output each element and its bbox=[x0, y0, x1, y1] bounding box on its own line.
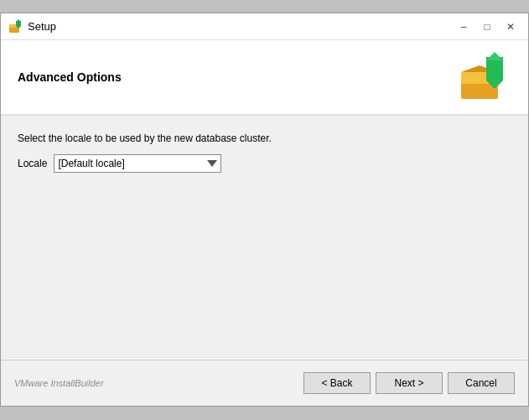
brand-label: VMware InstallBuilder bbox=[14, 378, 103, 388]
svg-rect-9 bbox=[491, 60, 498, 77]
locale-row: Locale [Default locale] bbox=[18, 154, 511, 173]
close-button[interactable]: ✕ bbox=[500, 18, 521, 36]
title-bar-left: Setup bbox=[8, 19, 56, 34]
maximize-button[interactable]: □ bbox=[476, 18, 498, 36]
content-area: Select the locale to be used by the new … bbox=[1, 116, 528, 367]
footer: VMware InstallBuilder < Back Next > Canc… bbox=[1, 360, 528, 406]
cancel-button[interactable]: Cancel bbox=[448, 372, 515, 394]
title-bar: Setup – □ ✕ bbox=[1, 13, 528, 40]
locale-select[interactable]: [Default locale] bbox=[54, 154, 221, 173]
header-section: Advanced Options bbox=[1, 40, 528, 116]
setup-logo-icon bbox=[454, 49, 511, 106]
page-title: Advanced Options bbox=[18, 70, 122, 84]
minimize-button[interactable]: – bbox=[453, 18, 475, 36]
locale-label: Locale bbox=[18, 158, 47, 169]
title-buttons: – □ ✕ bbox=[453, 18, 521, 36]
description-text: Select the locale to be used by the new … bbox=[18, 132, 511, 144]
svg-marker-8 bbox=[486, 52, 503, 60]
next-button[interactable]: Next > bbox=[376, 372, 443, 394]
svg-marker-3 bbox=[16, 19, 21, 22]
setup-icon bbox=[8, 19, 23, 34]
footer-buttons: < Back Next > Cancel bbox=[303, 372, 515, 394]
back-button[interactable]: < Back bbox=[303, 372, 371, 394]
window-title: Setup bbox=[28, 20, 56, 33]
setup-window: Setup – □ ✕ Advanced Options Select the … bbox=[0, 13, 529, 407]
